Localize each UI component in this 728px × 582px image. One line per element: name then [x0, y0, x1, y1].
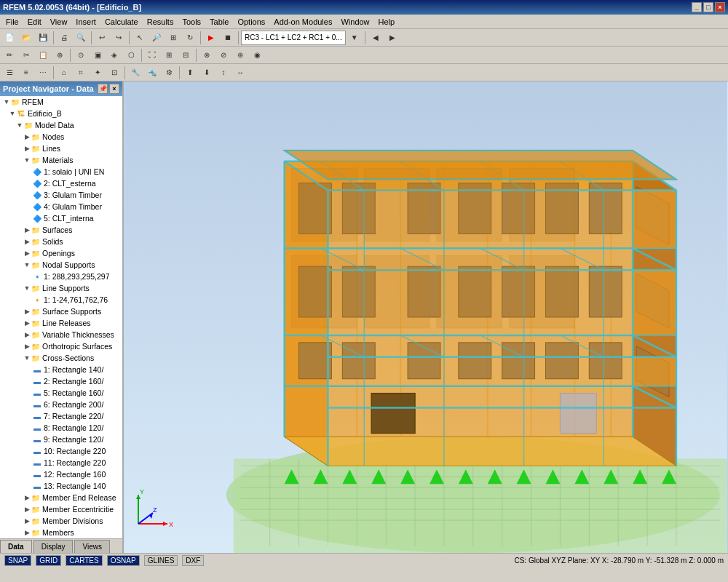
undo-button[interactable]: ↩ [94, 31, 110, 45]
tree-item-cs6[interactable]: ▬ 6: Rectangle 200/ [0, 399, 122, 410]
tb3-btn4[interactable]: ⌂ [56, 65, 72, 80]
tb2-btn5[interactable]: ⊙ [73, 48, 89, 63]
calculate-button[interactable]: ▶ [203, 31, 219, 45]
window-controls[interactable]: _ □ × [692, 2, 725, 12]
tree-item-rfem[interactable]: ▼ 📁 RFEM [0, 96, 122, 108]
menu-file[interactable]: File [1, 16, 23, 28]
tree-item-ns1[interactable]: 🔹 1: 288,293,295,297 [0, 271, 122, 282]
close-button[interactable]: × [715, 2, 725, 12]
result-next[interactable]: ▶ [384, 31, 400, 45]
zoom-button[interactable]: 🔎 [149, 31, 165, 45]
expand-line-releases[interactable]: ▶ [23, 319, 31, 327]
tree-item-openings[interactable]: ▶ 📁 Openings [0, 247, 122, 259]
tb2-btn10[interactable]: ⊞ [161, 48, 177, 63]
tree-item-cs13[interactable]: ▬ 13: Rectangle 140 [0, 480, 122, 492]
tb3-btn3[interactable]: ⋯ [35, 65, 51, 80]
tree-item-mat4[interactable]: 🔷 4: Glulam Timber [0, 201, 122, 212]
tree-item-lines[interactable]: ▶ 📁 Lines [0, 143, 122, 154]
expand-materials[interactable]: ▼ [23, 156, 31, 164]
tb2-btn6[interactable]: ▣ [90, 48, 106, 63]
tb3-btn13[interactable]: ↕ [215, 65, 232, 80]
tb3-btn2[interactable]: ≡ [18, 65, 34, 80]
tree-item-mat5[interactable]: 🔷 5: CLT_interna [0, 212, 122, 224]
expand-surface-supports[interactable]: ▶ [23, 308, 31, 315]
expand-lines[interactable]: ▶ [23, 145, 31, 152]
tb2-btn8[interactable]: ⬡ [123, 48, 139, 63]
menu-tools[interactable]: Tools [178, 16, 205, 28]
redo-button[interactable]: ↪ [111, 31, 127, 45]
expand-variable-thick[interactable]: ▶ [23, 331, 31, 338]
tab-views[interactable]: Views [74, 540, 110, 553]
tab-display[interactable]: Display [33, 540, 74, 553]
tree-item-mat1[interactable]: 🔷 1: solaio | UNI EN [0, 166, 122, 178]
tree-item-line-supports[interactable]: ▼ 📁 Line Supports [0, 282, 122, 294]
dropdown-arrow[interactable]: ▼ [347, 31, 363, 45]
menu-addon[interactable]: Add-on Modules [269, 16, 336, 28]
expand-nodes[interactable]: ▶ [23, 133, 31, 140]
expand-mdiv[interactable]: ▶ [23, 517, 31, 525]
expand-rfem[interactable]: ▼ [3, 98, 10, 105]
menu-view[interactable]: View [46, 16, 72, 28]
grid-toggle[interactable]: GRID [36, 555, 61, 566]
tree-item-cs8[interactable]: ▬ 8: Rectangle 120/ [0, 422, 122, 434]
tree-item-members[interactable]: ▶ 📁 Members [0, 527, 122, 538]
tree-item-surface-supports[interactable]: ▶ 📁 Surface Supports [0, 306, 122, 317]
tree-item-variable-thick[interactable]: ▶ 📁 Variable Thicknesses [0, 329, 122, 340]
print-button[interactable]: 🖨 [56, 31, 72, 45]
tb3-btn10[interactable]: ⚙ [161, 65, 177, 80]
menu-results[interactable]: Results [143, 16, 178, 28]
tb3-btn12[interactable]: ⬇ [199, 65, 215, 80]
expand-members[interactable]: ▶ [23, 529, 31, 536]
nav-pin-button[interactable]: 📌 [98, 84, 108, 94]
tb3-btn5[interactable]: ⌗ [73, 65, 89, 80]
maximize-button[interactable]: □ [703, 2, 713, 12]
nav-close-button[interactable]: × [109, 84, 119, 94]
tree-item-nodes[interactable]: ▶ 📁 Nodes [0, 131, 122, 143]
minimize-button[interactable]: _ [692, 2, 702, 12]
tb2-btn7[interactable]: ◈ [106, 48, 122, 63]
tree-item-cs2[interactable]: ▬ 2: Rectangle 160/ [0, 375, 122, 387]
menu-window[interactable]: Window [336, 16, 373, 28]
tb2-btn2[interactable]: ✂ [18, 48, 34, 63]
tree-item-member-div[interactable]: ▶ 📁 Member Divisions [0, 515, 122, 527]
rotate-button[interactable]: ↻ [182, 31, 198, 45]
tb2-btn11[interactable]: ⊟ [178, 48, 194, 63]
load-case-dropdown[interactable]: RC3 - LC1 + LC2 + RC1 + 0... [241, 31, 346, 45]
snap-toggle[interactable]: SNAP [4, 555, 31, 566]
glines-toggle[interactable]: GLINES [144, 555, 178, 566]
expand-openings[interactable]: ▶ [23, 250, 31, 257]
save-button[interactable]: 💾 [35, 31, 51, 45]
print-preview-button[interactable]: 🔍 [73, 31, 89, 45]
tb2-btn12[interactable]: ⊗ [199, 48, 215, 63]
tree-item-cs1[interactable]: ▬ 1: Rectangle 140/ [0, 364, 122, 375]
tree-item-model-data[interactable]: ▼ 📁 Model Data [0, 119, 122, 131]
expand-model-data[interactable]: ▼ [16, 121, 23, 129]
tree-item-member-ecc[interactable]: ▶ 📁 Member Eccentricitie [0, 503, 122, 515]
tb2-btn14[interactable]: ⊛ [232, 48, 248, 63]
tree-item-nodal-supports[interactable]: ▼ 📁 Nodal Supports [0, 259, 122, 271]
tb3-btn6[interactable]: ✦ [90, 65, 106, 80]
result-prev[interactable]: ◀ [368, 31, 384, 45]
expand-nodal-supports[interactable]: ▼ [23, 261, 31, 268]
expand-solids[interactable]: ▶ [23, 238, 31, 245]
tb3-btn8[interactable]: 🔧 [127, 65, 143, 80]
tree-item-mat3[interactable]: 🔷 3: Glulam Timber [0, 189, 122, 201]
expand-edificio[interactable]: ▼ [9, 110, 16, 117]
expand-surfaces[interactable]: ▶ [23, 226, 31, 234]
tree-item-ls1[interactable]: 🔸 1: 1-24,761,762,76 [0, 294, 122, 306]
expand-line-supports[interactable]: ▼ [23, 284, 31, 292]
tb3-btn7[interactable]: ⊡ [106, 65, 122, 80]
tree-item-cross-sections[interactable]: ▼ 📁 Cross-Sections [0, 352, 122, 364]
tb2-btn13[interactable]: ⊘ [215, 48, 232, 63]
tb2-btn9[interactable]: ⛶ [144, 48, 160, 63]
select-button[interactable]: ↖ [132, 31, 148, 45]
tb3-btn11[interactable]: ⬆ [182, 65, 198, 80]
stop-button[interactable]: ⏹ [220, 31, 236, 45]
expand-orthotropic[interactable]: ▶ [23, 343, 31, 350]
tree-item-member-end-release[interactable]: ▶ 📁 Member End Release [0, 492, 122, 503]
menu-edit[interactable]: Edit [23, 16, 46, 28]
tree-item-edificio[interactable]: ▼ 🏗 Edificio_B [0, 108, 122, 119]
tb2-btn1[interactable]: ✏ [1, 48, 17, 63]
tb2-btn3[interactable]: 📋 [35, 48, 51, 63]
open-button[interactable]: 📂 [18, 31, 34, 45]
